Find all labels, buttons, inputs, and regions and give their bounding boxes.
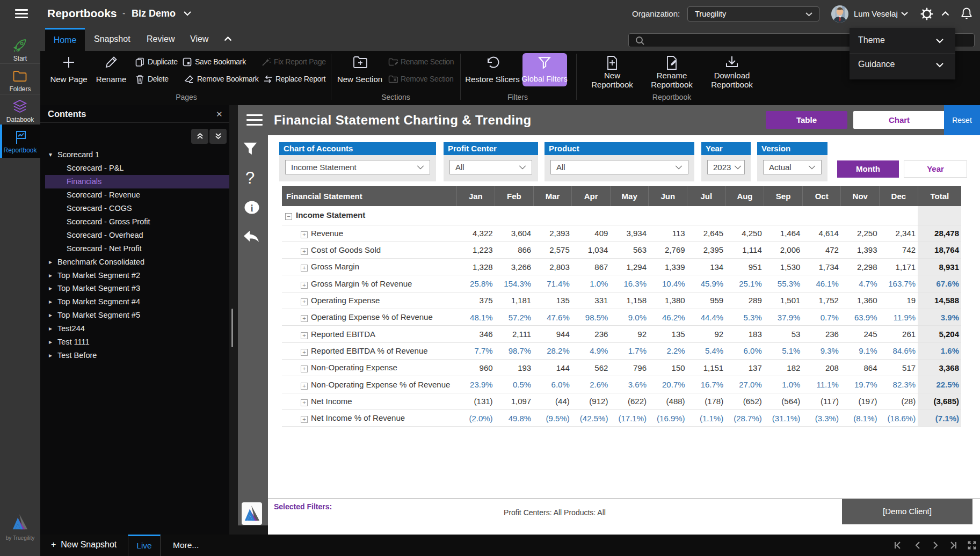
svg-text:i: i bbox=[250, 203, 253, 214]
